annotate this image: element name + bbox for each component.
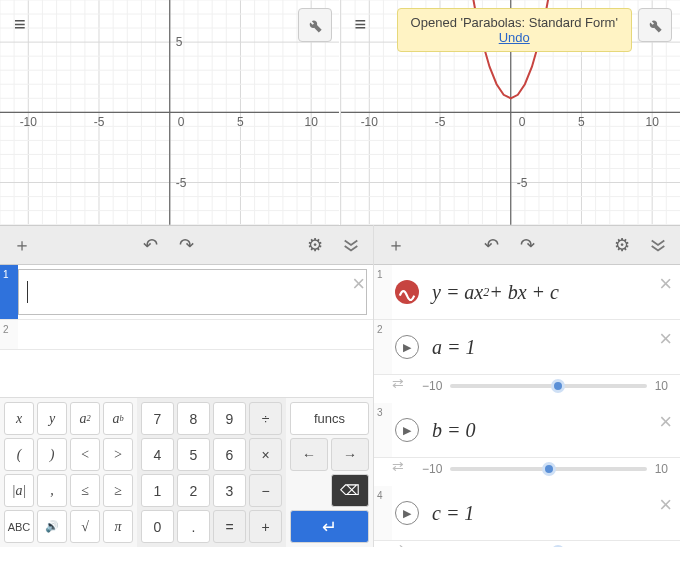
graph-grid: -10-505105-5 [0,0,339,225]
close-icon[interactable]: × [659,271,672,297]
key-x[interactable]: x [4,402,34,435]
expression-row[interactable]: 1y = ax2 + bx + c× [374,265,680,320]
play-button[interactable]: ▶ [395,335,419,359]
key-2[interactable]: 2 [177,474,210,507]
key-left[interactable]: ← [290,438,328,471]
key-÷[interactable]: ÷ [249,402,282,435]
key-([interactable]: ( [4,438,34,471]
close-icon[interactable]: × [659,409,672,435]
slider-track[interactable] [450,467,646,471]
slider-thumb[interactable] [551,379,565,393]
play-button[interactable]: ▶ [395,501,419,525]
key-3[interactable]: 3 [213,474,246,507]
graph-pane-left[interactable]: -10-505105-5 ≡ [0,0,341,225]
svg-text:10: 10 [645,115,659,129]
expression-panel-right: ＋ ↶ ↷ ⚙ 1y = ax2 + bx + c×2▶a = 1×⇄−1010… [374,225,680,547]
key-right[interactable]: → [331,438,369,471]
expression-formula[interactable]: a = 1 [422,320,680,374]
close-icon[interactable]: × [659,492,672,518]
key-9[interactable]: 9 [213,402,246,435]
slider[interactable]: −1010 [374,458,680,486]
slider-min: −10 [422,462,442,476]
expression-row[interactable]: 1 × [0,265,373,320]
add-expression-button[interactable]: ＋ [382,231,410,259]
expression-index: 2 [374,320,392,374]
key-×[interactable]: × [249,438,282,471]
key-0[interactable]: 0 [141,510,174,543]
keypad: xya2ab()<>|a|,≤≥ABC🔊√π 789÷456×123−0.=+ … [0,397,373,547]
key-4[interactable]: 4 [141,438,174,471]
expression-row[interactable]: 2▶a = 1× [374,320,680,375]
slider[interactable]: −1010 [374,375,680,403]
toast-notification: Opened 'Parabolas: Standard Form' Undo [397,8,633,52]
key-π[interactable]: π [103,510,133,543]
svg-text:-10: -10 [20,115,38,129]
expression-input[interactable] [18,269,367,315]
key-<[interactable]: < [70,438,100,471]
key-|a|[interactable]: |a| [4,474,34,507]
undo-button[interactable]: ↶ [137,231,165,259]
graph-pane-right[interactable]: -10-505105-5 ≡ Opened 'Parabolas: Standa… [341,0,681,225]
settings-wrench-button[interactable] [298,8,332,42]
key-+[interactable]: + [249,510,282,543]
play-button[interactable]: ▶ [395,418,419,442]
add-expression-button[interactable]: ＋ [8,231,36,259]
key-.[interactable]: . [177,510,210,543]
slider-thumb[interactable] [551,545,565,547]
slider-thumb[interactable] [542,462,556,476]
slider-track[interactable] [450,384,646,388]
expression-formula[interactable]: c = 1 [422,486,680,540]
key-)[interactable]: ) [37,438,67,471]
settings-wrench-button[interactable] [638,8,672,42]
key-√[interactable]: √ [70,510,100,543]
close-icon[interactable]: × [659,326,672,352]
key-6[interactable]: 6 [213,438,246,471]
expression-index: 1 [374,265,392,319]
key-≤[interactable]: ≤ [70,474,100,507]
key-enter[interactable]: ↵ [290,510,369,543]
loop-icon[interactable]: ⇄ [392,541,404,547]
key-funcs[interactable]: funcs [290,402,369,435]
key-=[interactable]: = [213,510,246,543]
undo-button[interactable]: ↶ [477,231,505,259]
key-7[interactable]: 7 [141,402,174,435]
expression-toolbar: ＋ ↶ ↷ ⚙ [0,225,373,265]
key-🔊[interactable]: 🔊 [37,510,67,543]
key-5[interactable]: 5 [177,438,210,471]
key-a²[interactable]: a2 [70,402,100,435]
expression-row[interactable]: 3▶b = 0× [374,403,680,458]
collapse-icon[interactable] [337,231,365,259]
key-aᵇ[interactable]: ab [103,402,133,435]
gear-icon[interactable]: ⚙ [301,231,329,259]
loop-icon[interactable]: ⇄ [392,458,404,474]
expression-row[interactable]: 2 [0,320,373,350]
key-,[interactable]: , [37,474,67,507]
svg-text:-5: -5 [176,176,187,190]
key-≥[interactable]: ≥ [103,474,133,507]
undo-link[interactable]: Undo [499,30,530,45]
wrench-icon [307,17,323,33]
collapse-icon[interactable] [644,231,672,259]
key-y[interactable]: y [37,402,67,435]
expression-index: 4 [374,486,392,540]
redo-button[interactable]: ↷ [513,231,541,259]
menu-icon[interactable]: ≡ [355,14,367,34]
key-−[interactable]: − [249,474,282,507]
key-backspace[interactable]: ⌫ [331,474,369,507]
key-ABC[interactable]: ABC [4,510,34,543]
gear-icon[interactable]: ⚙ [608,231,636,259]
svg-text:0: 0 [178,115,185,129]
expression-formula[interactable]: b = 0 [422,403,680,457]
redo-button[interactable]: ↷ [173,231,201,259]
key->[interactable]: > [103,438,133,471]
menu-icon[interactable]: ≡ [14,14,26,34]
key-8[interactable]: 8 [177,402,210,435]
svg-text:-5: -5 [516,176,527,190]
slider[interactable]: −1010 [374,541,680,547]
close-icon[interactable]: × [352,271,365,297]
expression-formula[interactable]: y = ax2 + bx + c [422,265,680,319]
key-1[interactable]: 1 [141,474,174,507]
expression-index: 3 [374,403,392,457]
expression-row[interactable]: 4▶c = 1× [374,486,680,541]
loop-icon[interactable]: ⇄ [392,375,404,391]
